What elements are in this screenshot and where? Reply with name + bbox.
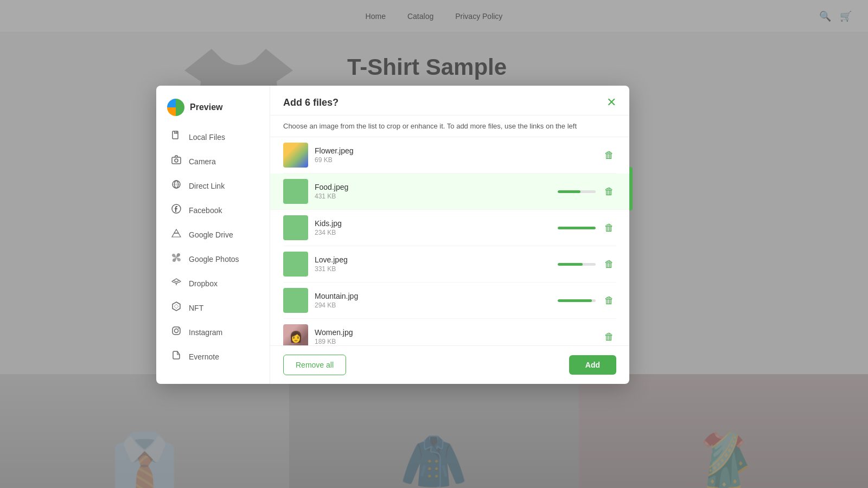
add-button[interactable]: Add (569, 355, 616, 375)
file-thumb-women[interactable]: 👩 (283, 324, 308, 345)
file-size-women: 189 KB (315, 338, 596, 345)
file-thumb-mountain[interactable] (283, 288, 308, 313)
instagram-icon (170, 325, 182, 339)
modal-footer: Remove all Add (270, 345, 629, 384)
file-name-food: Food.jpeg (315, 183, 551, 191)
preview-logo (167, 99, 184, 116)
svg-point-2 (175, 159, 178, 162)
file-thumb-love[interactable] (283, 252, 308, 277)
sidebar-label-facebook: Facebook (189, 206, 222, 215)
svg-point-8 (175, 329, 178, 333)
file-item-flower: Flower.jpeg 69 KB 🗑 (283, 137, 616, 174)
sidebar-label-direct-link: Direct Link (189, 182, 225, 190)
sidebar-item-camera[interactable]: Camera (159, 149, 266, 174)
file-info-women: Women.jpg 189 KB (315, 328, 596, 345)
evernote-icon (170, 350, 182, 363)
sidebar-item-nft[interactable]: NFT (159, 296, 266, 320)
file-progress-kids (558, 227, 596, 229)
modal-dialog: Preview Local Files Camera Direct Link F (156, 86, 629, 384)
delete-button-food[interactable]: 🗑 (602, 184, 616, 200)
file-thumb-kids[interactable] (283, 215, 308, 240)
delete-button-women[interactable]: 🗑 (602, 329, 616, 345)
modal-header: Add 6 files? ✕ (270, 86, 629, 115)
file-info-food: Food.jpeg 431 KB (315, 183, 551, 200)
progress-bar-wrap-kids (558, 227, 596, 229)
file-size-love: 331 KB (315, 265, 551, 273)
sidebar-label-dropbox: Dropbox (189, 279, 218, 288)
dropbox-icon (170, 277, 182, 290)
sidebar-label-google-photos: Google Photos (189, 255, 239, 264)
file-name-mountain: Mountain.jpg (315, 292, 551, 300)
sidebar-label-local-files: Local Files (189, 133, 225, 142)
progress-bar-fill-kids (558, 227, 596, 229)
local-files-icon (170, 130, 182, 144)
file-item-food: Food.jpeg 431 KB 🗑 (270, 174, 629, 210)
file-thumb-food[interactable] (283, 179, 308, 204)
file-item-women: 👩 Women.jpg 189 KB 🗑 (283, 319, 616, 345)
sidebar-item-evernote[interactable]: Evernote (159, 344, 266, 369)
direct-link-icon (170, 179, 182, 192)
svg-marker-6 (173, 302, 180, 311)
file-item-mountain: Mountain.jpg 294 KB 🗑 (283, 282, 616, 319)
nft-icon (170, 301, 182, 314)
file-info-kids: Kids.jpg 234 KB (315, 219, 551, 236)
sidebar-label-camera: Camera (189, 157, 216, 166)
sidebar-header: Preview (156, 94, 270, 125)
file-progress-food (558, 190, 596, 193)
modal-title: Add 6 files? (283, 97, 339, 108)
sidebar-item-instagram[interactable]: Instagram (159, 320, 266, 344)
google-drive-icon (170, 228, 182, 241)
sidebar-item-facebook[interactable]: Facebook (159, 198, 266, 222)
progress-bar-wrap-love (558, 263, 596, 266)
modal-subtitle: Choose an image from the list to crop or… (270, 115, 629, 137)
svg-rect-1 (172, 157, 181, 164)
main-content: Add 6 files? ✕ Choose an image from the … (270, 86, 629, 384)
file-size-flower: 69 KB (315, 156, 596, 164)
facebook-icon (170, 203, 182, 217)
file-size-food: 431 KB (315, 192, 551, 200)
file-thumb-flower[interactable] (283, 143, 308, 168)
sidebar-label-nft: NFT (189, 304, 203, 312)
file-item-love: Love.jpeg 331 KB 🗑 (283, 246, 616, 282)
delete-button-flower[interactable]: 🗑 (602, 147, 616, 163)
remove-all-button[interactable]: Remove all (283, 355, 346, 375)
file-info-flower: Flower.jpeg 69 KB (315, 146, 596, 164)
sidebar-title: Preview (190, 102, 222, 112)
sidebar-item-google-photos[interactable]: Google Photos (159, 247, 266, 271)
file-progress-mountain (558, 299, 596, 302)
close-button[interactable]: ✕ (607, 97, 616, 108)
sidebar-item-google-drive[interactable]: Google Drive (159, 222, 266, 247)
sidebar-item-direct-link[interactable]: Direct Link (159, 174, 266, 198)
google-photos-icon (170, 252, 182, 266)
sidebar-label-instagram: Instagram (189, 328, 222, 337)
progress-bar-fill-food (558, 190, 580, 193)
side-accent-bar (629, 167, 633, 210)
file-list: Flower.jpeg 69 KB 🗑 Food.jpeg 431 KB 🗑 (270, 137, 629, 345)
file-progress-love (558, 263, 596, 266)
progress-bar-wrap-mountain (558, 299, 596, 302)
file-name-flower: Flower.jpeg (315, 146, 596, 155)
progress-bar-wrap-food (558, 190, 596, 193)
file-name-kids: Kids.jpg (315, 219, 551, 228)
delete-button-kids[interactable]: 🗑 (602, 220, 616, 236)
sidebar-item-dropbox[interactable]: Dropbox (159, 271, 266, 296)
progress-bar-fill-love (558, 263, 583, 266)
delete-button-mountain[interactable]: 🗑 (602, 293, 616, 309)
file-size-mountain: 294 KB (315, 301, 551, 309)
file-name-love: Love.jpeg (315, 255, 551, 264)
svg-point-9 (178, 328, 180, 329)
sidebar-item-local-files[interactable]: Local Files (159, 125, 266, 149)
sidebar-label-evernote: Evernote (189, 352, 219, 361)
progress-bar-fill-mountain (558, 299, 592, 302)
file-name-women: Women.jpg (315, 328, 596, 337)
sidebar: Preview Local Files Camera Direct Link F (156, 86, 270, 384)
sidebar-label-google-drive: Google Drive (189, 230, 233, 239)
camera-icon (170, 155, 182, 168)
file-size-kids: 234 KB (315, 229, 551, 236)
file-info-love: Love.jpeg 331 KB (315, 255, 551, 273)
file-info-mountain: Mountain.jpg 294 KB (315, 292, 551, 309)
delete-button-love[interactable]: 🗑 (602, 256, 616, 272)
file-item-kids: Kids.jpg 234 KB 🗑 (283, 210, 616, 246)
